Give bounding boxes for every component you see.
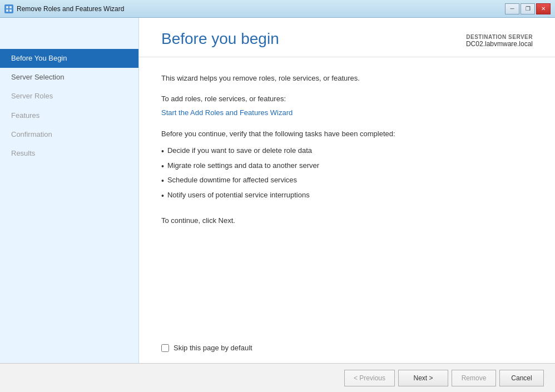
window-title: Remove Roles and Features Wizard	[17, 5, 124, 13]
verify-text: Before you continue, verify that the fol…	[161, 128, 533, 140]
svg-rect-1	[9, 6, 12, 8]
task-text-4: Notify users of potential service interr…	[167, 190, 310, 201]
bottom-bar: < Previous Next > Remove Cancel	[0, 363, 555, 392]
sidebar-item-server-selection[interactable]: Server Selection	[0, 68, 138, 87]
skip-checkbox[interactable]	[161, 344, 169, 352]
sidebar-item-features: Features	[0, 106, 138, 125]
previous-button[interactable]: < Previous	[344, 370, 395, 386]
sidebar: Before You Begin Server Selection Server…	[0, 18, 139, 363]
sidebar-item-before-you-begin[interactable]: Before You Begin	[0, 49, 138, 68]
page-title: Before you begin	[161, 30, 279, 48]
minimize-button[interactable]: ─	[505, 3, 519, 14]
bullet-1: •	[161, 145, 164, 157]
task-list: • Decide if you want to save or delete r…	[161, 144, 533, 203]
bullet-2: •	[161, 160, 164, 172]
intro-text: This wizard helps you remove roles, role…	[161, 73, 533, 85]
destination-label: DESTINATION SERVER	[466, 34, 533, 40]
continue-text: To continue, click Next.	[161, 216, 533, 225]
task-text-2: Migrate role settings and data to anothe…	[167, 160, 319, 172]
bullet-3: •	[161, 175, 164, 187]
content-main: This wizard helps you remove roles, role…	[161, 73, 533, 321]
wizard-body: Before You Begin Server Selection Server…	[0, 18, 555, 363]
skip-checkbox-row: Skip this page by default	[161, 344, 533, 352]
close-button[interactable]: ✕	[536, 3, 551, 14]
remove-button[interactable]: Remove	[452, 370, 496, 386]
svg-rect-0	[6, 6, 8, 8]
window-controls: ─ ❐ ✕	[505, 3, 551, 14]
task-item-4: • Notify users of potential service inte…	[161, 188, 533, 203]
next-button[interactable]: Next >	[398, 370, 448, 386]
wizard-container: Before You Begin Server Selection Server…	[0, 18, 555, 392]
svg-rect-3	[9, 9, 12, 12]
title-bar: Remove Roles and Features Wizard ─ ❐ ✕	[0, 0, 555, 18]
sidebar-item-results: Results	[0, 144, 138, 163]
restore-button[interactable]: ❐	[521, 3, 535, 14]
destination-server-info: DESTINATION SERVER DC02.labvmware.local	[466, 34, 533, 48]
task-text-1: Decide if you want to save or delete rol…	[167, 145, 312, 157]
task-text-3: Schedule downtime for affected services	[167, 175, 297, 186]
skip-section: Skip this page by default	[161, 321, 533, 352]
title-bar-left: Remove Roles and Features Wizard	[4, 4, 124, 13]
add-roles-label: To add roles, role services, or features…	[161, 93, 533, 105]
bullet-4: •	[161, 190, 164, 202]
task-item-1: • Decide if you want to save or delete r…	[161, 144, 533, 158]
task-item-2: • Migrate role settings and data to anot…	[161, 159, 533, 173]
skip-label[interactable]: Skip this page by default	[174, 344, 252, 352]
app-icon	[4, 4, 13, 13]
destination-value: DC02.labvmware.local	[466, 40, 533, 48]
svg-rect-2	[6, 9, 8, 12]
page-header: Before you begin DESTINATION SERVER DC02…	[139, 18, 555, 57]
sidebar-item-confirmation: Confirmation	[0, 125, 138, 144]
cancel-button[interactable]: Cancel	[499, 370, 544, 386]
task-item-3: • Schedule downtime for affected service…	[161, 173, 533, 188]
sidebar-item-server-roles: Server Roles	[0, 87, 138, 106]
add-roles-link[interactable]: Start the Add Roles and Features Wizard	[161, 108, 293, 117]
content-area: This wizard helps you remove roles, role…	[139, 57, 555, 363]
